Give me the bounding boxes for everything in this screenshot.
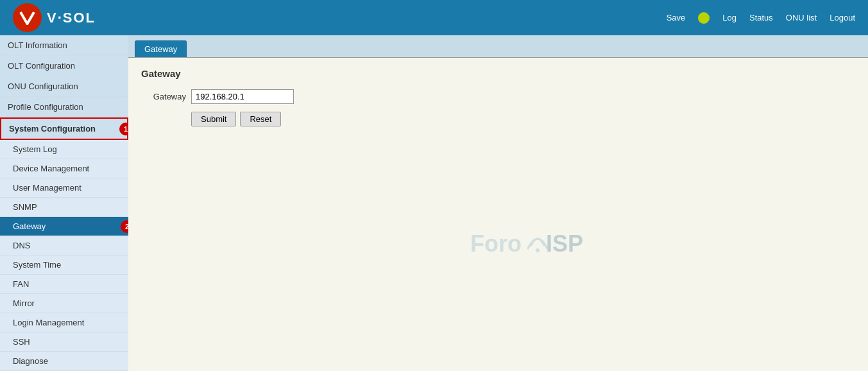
log-link[interactable]: Log: [722, 13, 736, 22]
logout-link[interactable]: Logout: [830, 13, 855, 22]
sidebar-item-olt-info[interactable]: OLT Information: [0, 35, 128, 56]
logo-area: V·SOL: [13, 3, 141, 32]
save-button[interactable]: Save: [667, 13, 686, 22]
svg-point-0: [13, 3, 42, 32]
sidebar-item-olt-config[interactable]: OLT Configuration: [0, 56, 128, 76]
status-indicator: [698, 12, 710, 24]
gateway-input[interactable]: [191, 89, 294, 104]
tab-gateway[interactable]: Gateway: [135, 40, 187, 57]
vsol-logo-icon: [13, 3, 42, 32]
sidebar-subitem-ssh[interactable]: SSH: [0, 332, 128, 352]
sidebar-subitem-gateway[interactable]: Gateway 2: [0, 217, 128, 236]
gateway-form-row: Gateway: [141, 89, 855, 104]
header-right: Save Log Status ONU list Logout: [667, 12, 855, 24]
onu-list-link[interactable]: ONU list: [786, 13, 817, 22]
sidebar-subitem-device-management[interactable]: Device Management: [0, 159, 128, 178]
sidebar: OLT Information OLT Configuration ONU Co…: [0, 35, 128, 371]
sidebar-subitem-login-management[interactable]: Login Management: [0, 313, 128, 332]
sidebar-subitem-system-time[interactable]: System Time: [0, 255, 128, 275]
logo-text: V·SOL: [47, 10, 96, 26]
svg-point-1: [536, 248, 540, 252]
form-buttons: Submit Reset: [191, 112, 855, 126]
gateway-badge: 2: [121, 220, 128, 233]
sidebar-subitem-diagnose[interactable]: Diagnose: [0, 352, 128, 371]
reset-button[interactable]: Reset: [240, 112, 281, 126]
sidebar-item-profile-config[interactable]: Profile Configuration: [0, 97, 128, 117]
main-layout: OLT Information OLT Configuration ONU Co…: [0, 35, 868, 371]
header: V·SOL Save Log Status ONU list Logout: [0, 0, 868, 35]
sidebar-subitem-user-management[interactable]: User Management: [0, 178, 128, 198]
content-title: Gateway: [141, 68, 855, 79]
header-nav: Log Status ONU list Logout: [722, 13, 855, 22]
sidebar-subitem-snmp[interactable]: SNMP: [0, 198, 128, 217]
sidebar-item-system-config[interactable]: System Configuration 1: [0, 117, 128, 140]
content-panel: Gateway Gateway Submit Reset: [128, 58, 868, 315]
sidebar-subitem-dns[interactable]: DNS: [0, 236, 128, 255]
sidebar-item-onu-config[interactable]: ONU Configuration: [0, 76, 128, 97]
svg-text:ISP: ISP: [546, 230, 583, 257]
sidebar-subitem-mirror[interactable]: Mirror: [0, 294, 128, 313]
system-config-badge: 1: [119, 123, 128, 135]
submit-button[interactable]: Submit: [191, 112, 236, 126]
gateway-label: Gateway: [141, 92, 186, 101]
status-link[interactable]: Status: [749, 13, 773, 22]
tab-bar: Gateway: [128, 35, 868, 58]
main-content-area: Gateway Gateway Gateway Submit Reset: [128, 35, 868, 371]
watermark: Foro ISP: [470, 223, 611, 263]
sidebar-subitem-system-log[interactable]: System Log: [0, 140, 128, 159]
svg-text:Foro: Foro: [470, 230, 522, 257]
sidebar-subitem-fan[interactable]: FAN: [0, 275, 128, 294]
watermark-svg: Foro ISP: [470, 223, 611, 261]
